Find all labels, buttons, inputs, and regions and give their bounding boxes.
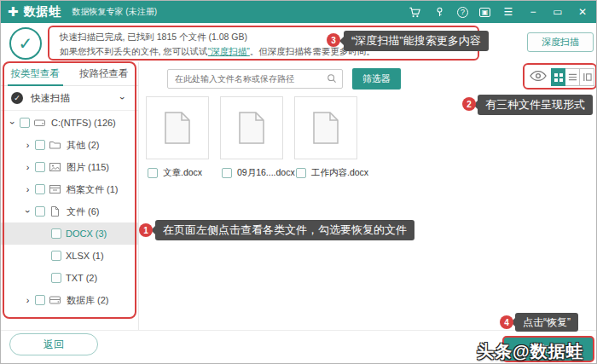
tree-item-label: 数据库 (2)	[67, 294, 109, 307]
tree-item-label: 档案文件 (1)	[67, 183, 119, 196]
annotation-4-tooltip: 点击“恢复”	[515, 313, 578, 332]
drive-icon	[34, 118, 47, 128]
scan-mode-check-icon: ✓	[11, 92, 23, 104]
scan-complete-check-icon: ✓	[9, 27, 42, 60]
deep-scan-link[interactable]: “深度扫描”	[208, 46, 250, 56]
sidebar: 按类型查看 按路径查看 ✓ 快速扫描 › ›C:(NTFS) (126)›其他 …	[1, 62, 139, 330]
chevron-right-icon[interactable]: ›	[22, 162, 33, 172]
deep-scan-button[interactable]: 深度扫描	[527, 32, 594, 52]
doc-icon	[49, 206, 62, 217]
chevron-down-icon: ›	[118, 93, 128, 104]
app-window: ✚ 数据蛙 数据恢复专家 (未注册) ? ▣ ☰ − ▭ ✕ ✓ 快速扫描已完成…	[0, 0, 597, 364]
file-item: 文章.docx	[146, 96, 209, 179]
search-box	[167, 69, 343, 89]
tree-item-xlsx[interactable]: XLSX (1)	[1, 245, 138, 267]
recover-button[interactable]: 恢复	[502, 336, 594, 362]
titlebar-icons: ? ▣ ☰ − ▭ ✕	[408, 5, 589, 19]
search-icon	[327, 72, 337, 87]
tree-item-label: 图片 (115)	[67, 161, 109, 174]
file-grid: 文章.docx09月16....docx工作内容.docx	[146, 96, 357, 179]
checkbox[interactable]	[296, 168, 306, 178]
checkbox[interactable]	[51, 273, 61, 283]
chevron-down-icon[interactable]: ›	[23, 206, 33, 217]
view-mode-switch	[551, 68, 594, 86]
tab-by-path[interactable]: 按路径查看	[70, 62, 139, 85]
checkbox[interactable]	[222, 168, 232, 178]
checkbox[interactable]	[148, 168, 158, 178]
title-bar: ✚ 数据蛙 数据恢复专家 (未注册) ? ▣ ☰ − ▭ ✕	[1, 1, 597, 23]
annotation-3-badge: 3	[327, 33, 340, 47]
tree-item-other[interactable]: ›其他 (2)	[1, 134, 138, 156]
checkbox[interactable]	[35, 140, 45, 150]
folder-icon	[49, 140, 62, 150]
tree-item-docs[interactable]: ›文件 (6)	[1, 200, 138, 222]
tree-item-c-ntfs[interactable]: ›C:(NTFS) (126)	[1, 112, 138, 134]
tree-item-images[interactable]: ›图片 (115)	[1, 156, 138, 178]
annotation-4-badge: 4	[500, 315, 513, 329]
archive-icon	[49, 184, 62, 194]
app-name: 数据蛙	[24, 4, 62, 20]
checkbox[interactable]	[51, 251, 61, 261]
tree-item-label: DOCX (3)	[66, 228, 107, 239]
scan-mode-label: 快速扫描	[31, 92, 70, 105]
checkbox[interactable]	[35, 295, 45, 305]
file-name: 工作内容.docx	[311, 167, 368, 179]
checkbox[interactable]	[35, 184, 45, 194]
list-view-icon[interactable]	[565, 68, 580, 86]
tab-by-type[interactable]: 按类型查看	[1, 62, 70, 85]
document-icon	[313, 112, 339, 144]
cart-icon[interactable]	[408, 5, 421, 19]
chevron-right-icon[interactable]: ›	[22, 184, 33, 194]
maximize-icon[interactable]: ▭	[551, 5, 565, 19]
tree-item-txt[interactable]: TXT (2)	[1, 267, 138, 289]
annotation-1-badge: 1	[139, 223, 153, 237]
filter-button[interactable]: 筛选器	[352, 68, 401, 90]
file-tree: ›C:(NTFS) (126)›其他 (2)›图片 (115)›档案文件 (1)…	[1, 112, 138, 311]
file-item: 工作内容.docx	[294, 96, 357, 179]
annotation-3-tooltip: “深度扫描”能搜索更多内容	[344, 31, 489, 51]
sidebar-tabs: 按类型查看 按路径查看	[1, 62, 138, 86]
checkbox[interactable]	[35, 206, 45, 217]
image-icon	[49, 162, 62, 172]
chevron-right-icon[interactable]: ›	[22, 295, 33, 305]
file-thumbnail[interactable]	[294, 96, 357, 159]
annotation-2-badge: 2	[462, 97, 476, 111]
tree-item-label: 文件 (6)	[67, 205, 100, 218]
tree-item-label: C:(NTFS) (126)	[51, 118, 116, 128]
file-thumbnail[interactable]	[146, 96, 209, 159]
checkbox[interactable]	[35, 162, 45, 172]
file-name: 文章.docx	[163, 167, 202, 179]
preview-eye-icon[interactable]	[530, 70, 547, 84]
app-logo-icon: ✚	[8, 4, 19, 20]
tree-item-archives[interactable]: ›档案文件 (1)	[1, 178, 138, 200]
feedback-icon[interactable]: ▣	[479, 8, 490, 17]
file-name: 09月16....docx	[237, 167, 295, 179]
annotation-1-tooltip: 在页面左侧点击查看各类文件，勾选要恢复的文件	[155, 220, 414, 240]
tree-item-label: 其他 (2)	[67, 139, 100, 152]
close-icon[interactable]: ✕	[576, 5, 589, 19]
checkbox[interactable]	[20, 118, 30, 128]
file-thumbnail[interactable]	[220, 96, 283, 159]
minimize-icon[interactable]: −	[526, 5, 540, 19]
back-button[interactable]: 返回	[9, 333, 98, 355]
preview-view-icon[interactable]	[580, 68, 594, 86]
annotation-2-tooltip: 有三种文件呈现形式	[478, 95, 593, 115]
document-icon	[165, 112, 190, 144]
app-subtitle: 数据恢复专家 (未注册)	[72, 6, 157, 18]
document-icon	[239, 112, 264, 144]
chevron-down-icon[interactable]: ›	[8, 118, 18, 129]
menu-icon[interactable]: ☰	[501, 5, 515, 19]
tree-item-label: XLSX (1)	[66, 251, 104, 261]
tree-item-docx[interactable]: DOCX (3)	[1, 222, 138, 245]
tree-item-database[interactable]: ›数据库 (2)	[1, 289, 138, 311]
tree-item-label: TXT (2)	[66, 273, 97, 283]
db-icon	[49, 295, 62, 305]
grid-view-icon[interactable]	[551, 68, 565, 86]
chevron-right-icon[interactable]: ›	[22, 140, 33, 150]
help-icon[interactable]: ?	[457, 7, 468, 18]
key-icon[interactable]	[432, 5, 446, 19]
file-item: 09月16....docx	[220, 96, 283, 179]
scan-mode-dropdown[interactable]: ✓ 快速扫描 ›	[1, 86, 138, 111]
search-input[interactable]	[168, 74, 327, 84]
checkbox[interactable]	[51, 228, 61, 239]
